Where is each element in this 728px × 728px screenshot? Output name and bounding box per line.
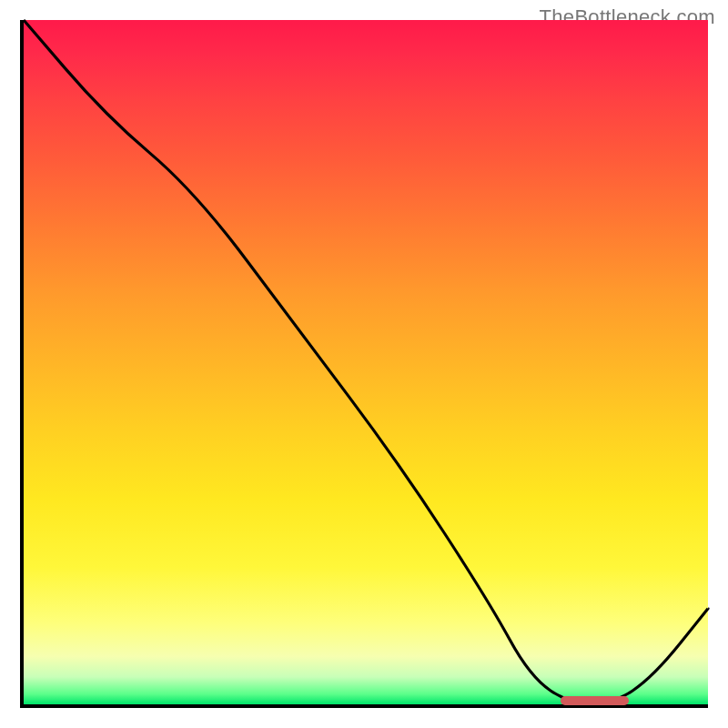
plot-area: [20, 20, 708, 708]
chart-canvas: TheBottleneck.com: [0, 0, 728, 728]
valley-marker: [561, 696, 630, 705]
curve-path: [24, 20, 708, 704]
line-series: [24, 20, 708, 704]
